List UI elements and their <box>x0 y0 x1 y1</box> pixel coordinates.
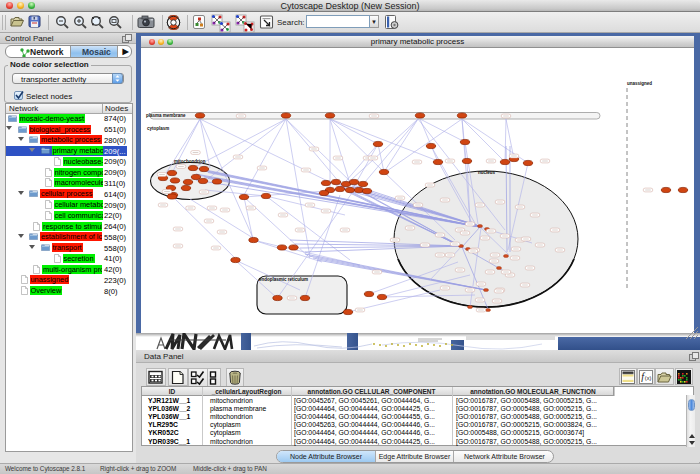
svg-text:unassigned: unassigned <box>627 81 652 86</box>
svg-text:plasma membrane: plasma membrane <box>146 113 186 118</box>
svg-text:(x): (x) <box>645 375 652 381</box>
svg-text:endoplasmic reticulum: endoplasmic reticulum <box>259 277 308 282</box>
svg-text:nucleus: nucleus <box>478 170 496 175</box>
svg-text:mitochondrion: mitochondrion <box>174 159 206 164</box>
svg-text:cytoplasm: cytoplasm <box>147 126 169 131</box>
